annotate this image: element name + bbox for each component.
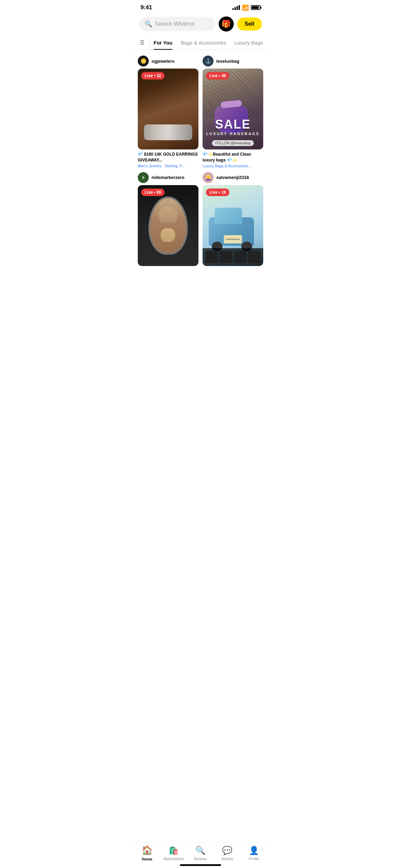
avatar-milemarkerzero: 0 bbox=[138, 172, 149, 183]
marketplace-icon: 🛍️ bbox=[169, 846, 179, 855]
nav-home[interactable]: 🏠 Home bbox=[137, 845, 157, 861]
sell-button[interactable]: Sell bbox=[237, 17, 262, 31]
card-header: 🪙 ogjewelers bbox=[138, 56, 198, 67]
sale-overlay: SALE LUXURY HANDBAGS bbox=[203, 117, 263, 136]
nav-browse[interactable]: 🔍 Browse bbox=[190, 846, 211, 861]
feed-card-milemarkerzero[interactable]: 0 milemarkerzero Live • 80 bbox=[138, 172, 198, 269]
card-header-leveluxbag: ⚓ leveluxbag bbox=[203, 56, 263, 67]
card-image-leveluxbag[interactable]: Live • 49 SALE LUXURY HANDBAGS FOLLOW @l… bbox=[203, 69, 263, 149]
nav-browse-label: Browse bbox=[194, 857, 207, 861]
profile-icon: 👤 bbox=[249, 846, 259, 855]
card-category-ogjewelers: Men's Jewelry · Sterling, P... bbox=[138, 164, 198, 168]
feed-grid: 🪙 ogjewelers Live • 32 💎 $180 14K GOLD E… bbox=[134, 50, 267, 303]
live-badge-salvamenji2316: Live • 18 bbox=[206, 189, 229, 196]
category-tabs: ⠿ For You Bags & Accessories Luxury Bags bbox=[134, 36, 267, 50]
card-header-salvamenji2316: 👱‍♀️ salvamenji2316 bbox=[203, 172, 263, 183]
follow-tag: FOLLOW @leveluxbag bbox=[212, 140, 254, 146]
tab-for-you[interactable]: For You bbox=[154, 36, 172, 50]
tab-luxury-bags[interactable]: Luxury Bags bbox=[234, 36, 263, 50]
status-time: 9:41 bbox=[141, 4, 152, 11]
card-image-ogjewelers[interactable]: Live • 32 bbox=[138, 69, 198, 149]
card-description-ogjewelers: 💎 $180 14K GOLD EARRINGS GIVEAWAY... bbox=[138, 152, 198, 163]
signal-icon bbox=[232, 5, 240, 10]
avatar-ogjewelers: 🪙 bbox=[138, 56, 149, 67]
nav-profile[interactable]: 👤 Profile bbox=[244, 846, 264, 861]
nav-activity-label: Activity bbox=[221, 857, 233, 861]
nav-profile-label: Profile bbox=[248, 857, 259, 861]
live-badge-ogjewelers: Live • 32 bbox=[141, 72, 165, 80]
wifi-icon: 📶 bbox=[242, 4, 249, 11]
nav-activity[interactable]: 💬 Activity bbox=[217, 846, 238, 861]
tabs-scroll: For You Bags & Accessories Luxury Bags bbox=[154, 36, 263, 50]
feed-card-ogjewelers[interactable]: 🪙 ogjewelers Live • 32 💎 $180 14K GOLD E… bbox=[138, 56, 198, 168]
search-bar[interactable]: 🔍 Search Whatnot bbox=[139, 17, 215, 31]
status-icons: 📶 bbox=[232, 4, 260, 11]
home-icon: 🏠 bbox=[142, 845, 153, 856]
tab-divider bbox=[150, 39, 150, 47]
browse-icon: 🔍 bbox=[195, 846, 206, 855]
live-badge-leveluxbag: Live • 49 bbox=[206, 72, 229, 80]
nav-marketplace[interactable]: 🛍️ Marketplace bbox=[163, 846, 184, 861]
username-ogjewelers: ogjewelers bbox=[151, 59, 174, 64]
username-leveluxbag: leveluxbag bbox=[216, 59, 239, 64]
home-indicator bbox=[180, 864, 221, 866]
gift-button[interactable]: 🎁 bbox=[219, 16, 234, 32]
status-bar: 9:41 📶 bbox=[134, 0, 267, 14]
feed-card-leveluxbag[interactable]: ⚓ leveluxbag Live • 49 SALE LUXURY HANDB… bbox=[203, 56, 263, 168]
search-icon: 🔍 bbox=[145, 20, 152, 28]
search-section: 🔍 Search Whatnot 🎁 Sell bbox=[134, 14, 267, 36]
card-image-salvamenji2316[interactable]: Live • 18 EVERYBUNNY bbox=[203, 185, 263, 266]
card-category-leveluxbag: Luxury Bags & Accessories... bbox=[203, 164, 263, 168]
search-row: 🔍 Search Whatnot 🎁 Sell bbox=[139, 16, 262, 32]
username-salvamenji2316: salvamenji2316 bbox=[216, 175, 249, 180]
username-milemarkerzero: milemarkerzero bbox=[151, 175, 184, 180]
grid-icon[interactable]: ⠿ bbox=[138, 36, 146, 49]
live-badge-milemarkerzero: Live • 80 bbox=[141, 189, 165, 196]
activity-icon: 💬 bbox=[222, 846, 232, 855]
nav-marketplace-label: Marketplace bbox=[163, 857, 184, 861]
tab-bags-accessories[interactable]: Bags & Accessories bbox=[181, 36, 226, 50]
card-header-milemarkerzero: 0 milemarkerzero bbox=[138, 172, 198, 183]
battery-icon bbox=[251, 5, 260, 10]
card-image-milemarkerzero[interactable]: Live • 80 bbox=[138, 185, 198, 266]
nav-home-label: Home bbox=[142, 857, 153, 861]
sale-subtext: LUXURY HANDBAGS bbox=[203, 132, 263, 136]
feed-card-salvamenji2316[interactable]: 👱‍♀️ salvamenji2316 Live • 18 EVERYBUNNY bbox=[203, 172, 263, 269]
avatar-salvamenji2316: 👱‍♀️ bbox=[203, 172, 214, 183]
avatar-leveluxbag: ⚓ bbox=[203, 56, 214, 67]
search-placeholder-text: Search Whatnot bbox=[155, 21, 194, 27]
sale-text: SALE bbox=[203, 117, 263, 132]
card-description-leveluxbag: 💎✨Beautiful and Clean luxury bags 💎✨ bbox=[203, 152, 263, 163]
